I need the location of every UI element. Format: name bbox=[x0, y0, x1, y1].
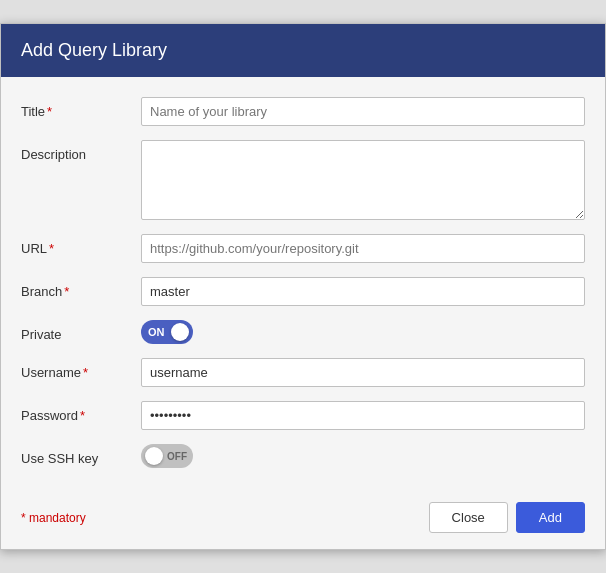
ssh-toggle[interactable]: OFF bbox=[141, 444, 193, 468]
title-row: Title* bbox=[21, 97, 585, 126]
description-row: Description bbox=[21, 140, 585, 220]
ssh-toggle-wrapper: OFF bbox=[141, 444, 193, 468]
private-toggle-knob bbox=[171, 323, 189, 341]
private-toggle-wrapper: ON bbox=[141, 320, 193, 344]
footer-buttons: Close Add bbox=[429, 502, 585, 533]
description-label: Description bbox=[21, 140, 141, 162]
title-label: Title* bbox=[21, 97, 141, 119]
description-input[interactable] bbox=[141, 140, 585, 220]
ssh-label: Use SSH key bbox=[21, 444, 141, 466]
dialog-body: Title* Description URL* Branch* Private bbox=[1, 77, 605, 492]
password-row: Password* bbox=[21, 401, 585, 430]
ssh-toggle-label: OFF bbox=[167, 451, 187, 462]
private-toggle-label: ON bbox=[148, 326, 165, 338]
close-button[interactable]: Close bbox=[429, 502, 508, 533]
username-row: Username* bbox=[21, 358, 585, 387]
title-input[interactable] bbox=[141, 97, 585, 126]
url-row: URL* bbox=[21, 234, 585, 263]
branch-label: Branch* bbox=[21, 277, 141, 299]
add-button[interactable]: Add bbox=[516, 502, 585, 533]
add-query-library-dialog: Add Query Library Title* Description URL… bbox=[0, 23, 606, 550]
private-toggle[interactable]: ON bbox=[141, 320, 193, 344]
password-input[interactable] bbox=[141, 401, 585, 430]
ssh-toggle-knob bbox=[145, 447, 163, 465]
dialog-header: Add Query Library bbox=[1, 24, 605, 77]
branch-row: Branch* bbox=[21, 277, 585, 306]
dialog-footer: * mandatory Close Add bbox=[1, 492, 605, 549]
mandatory-note: * mandatory bbox=[21, 511, 86, 525]
branch-input[interactable] bbox=[141, 277, 585, 306]
ssh-row: Use SSH key OFF bbox=[21, 444, 585, 468]
username-label: Username* bbox=[21, 358, 141, 380]
username-input[interactable] bbox=[141, 358, 585, 387]
private-label: Private bbox=[21, 320, 141, 342]
url-input[interactable] bbox=[141, 234, 585, 263]
private-row: Private ON bbox=[21, 320, 585, 344]
url-label: URL* bbox=[21, 234, 141, 256]
dialog-title: Add Query Library bbox=[21, 40, 585, 61]
password-label: Password* bbox=[21, 401, 141, 423]
